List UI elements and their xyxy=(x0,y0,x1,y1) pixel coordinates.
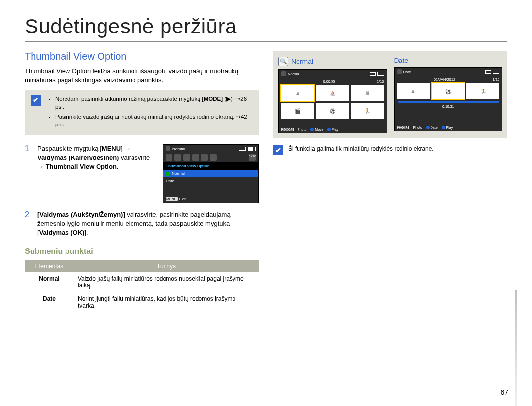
thumbnail-cell[interactable]: 🏛 xyxy=(351,85,384,101)
step-1-text: Paspauskite mygtuką [MENU] → Valdymas (K… xyxy=(37,144,157,203)
section-heading: Thumbnail View Option xyxy=(25,51,259,62)
menu-screenshot: Normal 1/10 Thumbnail View Option Normal… xyxy=(163,144,259,203)
timeline-bar[interactable] xyxy=(398,101,499,103)
thumbnail-cell[interactable]: ⚽ xyxy=(432,83,465,99)
submenu-table: Elementas Turinys Normal Vaizdo įrašų fa… xyxy=(25,260,259,312)
preview-normal-screen: Normal 0:00:551/10 ♟ ⛵ 🏛 🎬 ⚽ 🏃 ZOOMPhoto xyxy=(278,69,387,133)
tip-item: Pasirinkite vaizdo įrašų ar nuotraukų mi… xyxy=(55,113,253,128)
preview-strip: 🔍 Normal Normal 0:00:551/10 ♟ ⛵ 🏛 🎬 ⚽ xyxy=(273,51,507,138)
page-number: 67 xyxy=(500,388,508,396)
preview-normal-label: Normal xyxy=(291,58,313,65)
tip-box: ✔ Norėdami pasirinkti atkūrimo režimą pa… xyxy=(25,90,259,135)
menu-exit[interactable]: MENUExit xyxy=(166,197,186,201)
menu-item-normal[interactable]: Normal xyxy=(163,170,258,177)
thumbnail-cell[interactable]: 🏃 xyxy=(351,103,384,119)
thumbnail-cell[interactable]: ♟ xyxy=(397,83,430,99)
page-title: Sudėtingesnė peržiūra xyxy=(25,15,507,42)
table-row: Date Norint įjungti failų miniatiūras, k… xyxy=(25,292,259,312)
note-text: Ši funkcija galima tik miniatiūrų rodykl… xyxy=(288,145,433,152)
thumbnail-cell[interactable]: 🏃 xyxy=(466,83,499,99)
magnifier-icon: 🔍 xyxy=(278,57,288,66)
tip-item: Norėdami pasirinkti atkūrimo režimą pasp… xyxy=(55,95,253,111)
th-content: Turinys xyxy=(74,260,259,273)
thumbnail-cell[interactable]: ⚽ xyxy=(316,103,349,119)
menu-item-date[interactable]: Date xyxy=(163,177,258,185)
step-number: 2 xyxy=(25,210,32,237)
th-element: Elementas xyxy=(25,260,74,273)
section-intro: Thumbnail View Option leidžia surikiuoti… xyxy=(25,67,259,84)
check-icon: ✔ xyxy=(31,95,41,106)
step-2-text: [Valdymas (Aukštyn/Žemyn)] vairasvirte, … xyxy=(37,210,259,237)
thumbnail-cell[interactable]: ♟ xyxy=(281,85,314,101)
table-row: Normal Vaizdo įrašų failų miniatiūros ro… xyxy=(25,272,259,292)
thumbnail-cell[interactable]: 🎬 xyxy=(281,103,314,119)
thumbnail-cell[interactable]: ⛵ xyxy=(316,85,349,101)
menu-header: Thumbnail View Option xyxy=(163,162,258,170)
step-number: 1 xyxy=(25,144,32,203)
preview-date-label: Date xyxy=(394,57,409,64)
check-icon: ✔ xyxy=(273,145,283,155)
submenu-heading: Submeniu punktai xyxy=(25,247,259,256)
preview-date-screen: Date 01/JAN/20121/10 ♟ ⚽ 🏃 0:10:31 ZOOMP… xyxy=(394,67,503,131)
